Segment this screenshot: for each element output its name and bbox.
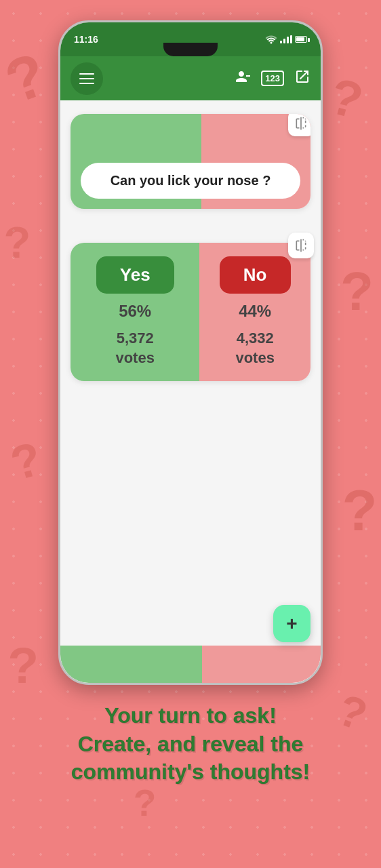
bg-question-mark: ?: [324, 66, 369, 131]
header-right-icons: 123: [235, 68, 310, 88]
bg-question-mark: ?: [331, 684, 374, 741]
cta-section: Your turn to ask! Create, and reveal the…: [51, 688, 330, 800]
bg-question-mark: ?: [7, 636, 39, 694]
no-button[interactable]: No: [220, 256, 291, 294]
results-card: Yes 56% 5,372 votes No 44% 4,332 votes: [71, 243, 310, 381]
wifi-icon: [265, 35, 277, 44]
cta-line1: Your turn to ask!: [104, 703, 277, 728]
fab-plus-icon: +: [286, 614, 297, 633]
flip-results-button[interactable]: [288, 233, 314, 258]
yes-button[interactable]: Yes: [96, 256, 174, 294]
fab-button[interactable]: +: [273, 605, 310, 642]
bottom-card-peek: [60, 646, 321, 683]
phone-notch: [163, 43, 218, 56]
hamburger-line: [79, 78, 94, 79]
cta-line2: Create, and reveal the: [78, 732, 304, 756]
bg-question-mark: ?: [4, 217, 31, 268]
flip-card-button[interactable]: [288, 114, 310, 136]
number-icon[interactable]: 123: [261, 71, 284, 86]
question-card: Can you lick your nose ?: [71, 114, 310, 209]
hamburger-line: [79, 83, 94, 84]
signal-icon: [280, 35, 292, 43]
question-text: Can you lick your nose ?: [111, 173, 271, 188]
battery-icon: [295, 36, 307, 43]
remove-user-icon[interactable]: [235, 68, 251, 88]
yes-section: Yes 56% 5,372 votes: [71, 243, 199, 381]
bottom-bar-green: [60, 646, 202, 683]
menu-button[interactable]: [71, 62, 103, 95]
status-time: 11:16: [74, 34, 98, 45]
bg-question-mark: ?: [5, 431, 47, 491]
no-percentage: 44%: [239, 302, 271, 321]
no-votes: 4,332 votes: [235, 329, 274, 368]
question-bubble: Can you lick your nose ?: [81, 163, 300, 199]
status-icons: [265, 35, 307, 44]
phone-frame: 11:16: [58, 20, 323, 685]
hamburger-line: [79, 73, 94, 75]
share-icon[interactable]: [294, 68, 310, 88]
results-card-inner: Yes 56% 5,372 votes No 44% 4,332 votes: [71, 243, 310, 381]
app-content: Can you lick your nose ? Yes 56% 5,372 v…: [60, 100, 321, 683]
bottom-bar-red: [202, 646, 321, 683]
bg-question-mark: ?: [342, 477, 377, 544]
app-header: 123: [60, 56, 321, 100]
cta-text: Your turn to ask! Create, and reveal the…: [71, 702, 310, 787]
cta-line3: community's thoughts!: [71, 760, 310, 784]
bg-question-mark: ?: [0, 39, 56, 118]
yes-percentage: 56%: [119, 302, 151, 321]
no-section: No 44% 4,332 votes: [199, 243, 310, 381]
yes-votes: 5,372 votes: [115, 329, 154, 368]
bg-question-mark: ?: [340, 260, 374, 323]
